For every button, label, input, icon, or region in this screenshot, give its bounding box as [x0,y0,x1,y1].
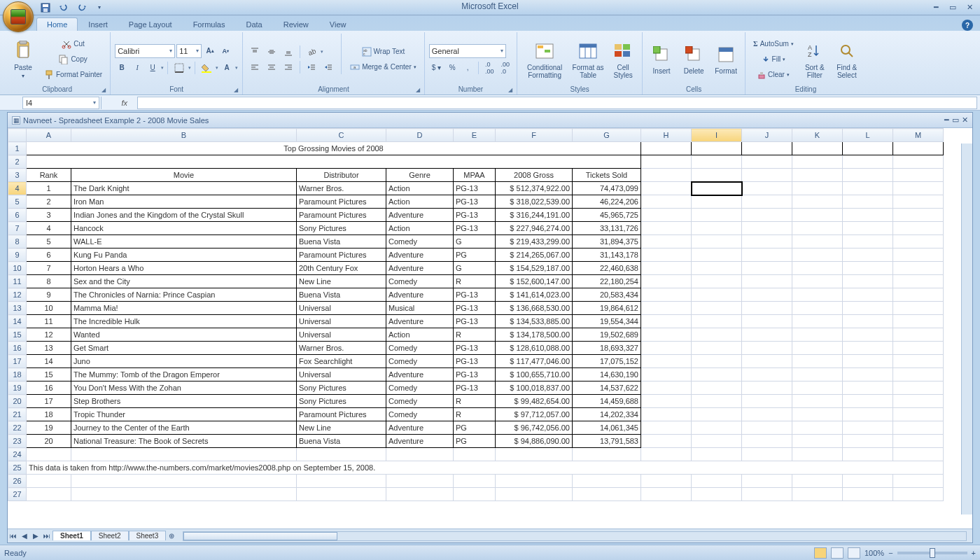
percent-button[interactable]: % [445,61,459,75]
alignment-dialog-icon[interactable]: ◢ [416,87,420,93]
sheet-tab-sheet2[interactable]: Sheet2 [91,531,129,540]
sheet-tab-sheet3[interactable]: Sheet3 [129,531,167,540]
wrap-text-button[interactable]: abcWrap Text [346,45,420,59]
spreadsheet-grid[interactable]: ABCDEFGHIJKLM1Top Grossing Movies of 200… [8,128,944,501]
select-all-corner[interactable] [8,129,27,142]
tab-view[interactable]: View [319,18,357,31]
cell-title[interactable]: Top Grossing Movies of 2008 [27,142,641,155]
fill-button[interactable]: Fill▾ [750,52,797,66]
currency-button[interactable]: $ ▾ [429,61,444,75]
cut-button[interactable]: Cut [41,37,106,51]
formula-input[interactable] [137,97,977,109]
cell-note[interactable]: This data is taken from http://www.the-n… [27,461,944,475]
close-button[interactable]: ✕ [962,2,977,13]
col-header-D[interactable]: D [386,129,454,142]
comma-button[interactable]: , [461,61,475,75]
col-header-J[interactable]: J [742,129,792,142]
sheet-tab-sheet1[interactable]: Sheet1 [52,531,91,540]
cell-styles-button[interactable]: Cell Styles [608,34,638,85]
font-name-combo[interactable]: Calibri▾ [115,44,175,58]
name-box[interactable]: I4▾ [22,97,99,109]
zoom-slider[interactable] [897,552,967,554]
increase-decimal-button[interactable]: .0.00 [482,61,497,75]
doc-minimize[interactable]: ━ [944,115,949,125]
align-bottom-button[interactable] [281,45,296,59]
clear-button[interactable]: Clear▾ [750,68,797,82]
delete-cells-button[interactable]: Delete [679,34,708,85]
horizontal-scrollbar[interactable] [183,531,967,541]
increase-indent-button[interactable] [321,60,336,74]
italic-button[interactable]: I [130,61,144,75]
bold-button[interactable]: B [115,61,129,75]
align-center-button[interactable] [264,60,279,74]
copy-button[interactable]: Copy [41,52,106,66]
col-header-G[interactable]: G [573,129,641,142]
underline-button[interactable]: U [146,61,160,75]
col-header-F[interactable]: F [496,129,573,142]
tab-nav-first[interactable]: ⏮ [8,531,19,542]
conditional-formatting-button[interactable]: Conditional Formatting [522,34,568,85]
decrease-decimal-button[interactable]: .00.0 [498,61,513,75]
align-right-button[interactable] [281,60,296,74]
align-middle-button[interactable] [264,45,279,59]
font-size-combo[interactable]: 11▾ [176,44,202,58]
tab-nav-next[interactable]: ▶ [30,531,41,542]
tab-page-layout[interactable]: Page Layout [118,18,183,31]
col-header-I[interactable]: I [692,129,742,142]
col-header-C[interactable]: C [297,129,386,142]
vertical-scrollbar[interactable] [961,144,972,514]
format-cells-button[interactable]: Format [711,34,741,85]
doc-restore[interactable]: ▭ [952,115,959,125]
autosum-button[interactable]: ΣAutoSum▾ [750,37,797,51]
view-pagebreak-button[interactable] [848,547,860,559]
minimize-button[interactable]: ━ [928,2,944,13]
number-format-combo[interactable]: General▾ [429,44,506,58]
col-header-E[interactable]: E [454,129,496,142]
format-as-table-button[interactable]: Format as Table [570,34,606,85]
merge-center-button[interactable]: aMerge & Center▾ [346,60,420,74]
sort-filter-button[interactable]: AZSort & Filter [800,34,830,85]
align-top-button[interactable] [247,45,262,59]
shrink-font-button[interactable]: A▾ [218,44,232,58]
decrease-indent-button[interactable] [304,60,319,74]
col-header-K[interactable]: K [792,129,843,142]
col-header-M[interactable]: M [893,129,944,142]
col-header-A[interactable]: A [27,129,71,142]
doc-close[interactable]: ✕ [962,115,968,125]
tab-insert[interactable]: Insert [78,18,118,31]
restore-button[interactable]: ▭ [945,2,960,13]
grow-font-button[interactable]: A▴ [203,44,217,58]
insert-cells-button[interactable]: Insert [647,34,676,85]
number-dialog-icon[interactable]: ◢ [508,87,512,93]
fx-icon[interactable]: fx [121,99,127,107]
fill-color-button[interactable] [199,61,214,75]
zoom-in-button[interactable]: + [972,549,976,557]
tab-review[interactable]: Review [273,18,319,31]
orientation-button[interactable]: ab [304,45,319,59]
align-left-button[interactable] [247,60,262,74]
qat-customize[interactable]: ▾ [92,1,106,15]
view-layout-button[interactable] [831,547,844,559]
view-normal-button[interactable] [814,547,827,559]
clipboard-dialog-icon[interactable]: ◢ [102,87,106,93]
tab-home[interactable]: Home [36,18,78,31]
qat-save[interactable] [38,1,53,15]
font-color-button[interactable]: A [220,61,234,75]
tab-formulas[interactable]: Formulas [183,18,236,31]
insert-sheet-button[interactable]: ⊕ [166,531,177,542]
qat-redo[interactable] [74,1,90,15]
paste-button[interactable]: Paste▾ [8,34,38,85]
zoom-out-button[interactable]: − [888,549,892,557]
office-button[interactable] [3,1,34,32]
col-header-L[interactable]: L [843,129,893,142]
font-dialog-icon[interactable]: ◢ [234,87,238,93]
find-select-button[interactable]: Find & Select [832,34,862,85]
tab-nav-last[interactable]: ⏭ [41,531,52,542]
tab-nav-prev[interactable]: ◀ [19,531,30,542]
col-header-B[interactable]: B [71,129,297,142]
col-header-H[interactable]: H [641,129,692,142]
help-icon[interactable]: ? [962,20,973,31]
border-button[interactable] [172,61,187,75]
qat-undo[interactable] [56,1,71,15]
tab-data[interactable]: Data [235,18,272,31]
